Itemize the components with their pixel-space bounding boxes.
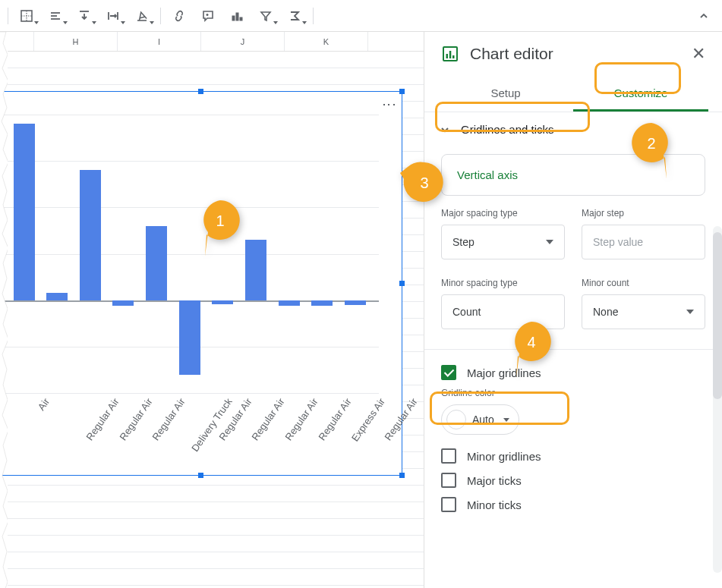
panel-body: Gridlines and ticks Vertical axis Major … bbox=[424, 112, 722, 588]
collapse-toolbar-button[interactable] bbox=[690, 4, 717, 28]
gridline-color-label: Gridline color bbox=[441, 388, 705, 398]
major-spacing-type-label: Major spacing type bbox=[441, 208, 565, 219]
chart-bar bbox=[311, 300, 333, 306]
checkbox-label: Minor ticks bbox=[467, 498, 522, 511]
input-placeholder: Step value bbox=[593, 236, 643, 248]
minor-count-select[interactable]: None bbox=[582, 294, 705, 329]
minor-gridlines-checkbox-row[interactable]: Minor gridlines bbox=[424, 444, 722, 468]
chart-editor-panel: Chart editor ✕ Setup Customize Gridlines… bbox=[424, 32, 722, 588]
chart-bar bbox=[112, 300, 134, 306]
filter-button[interactable] bbox=[252, 4, 279, 28]
torn-edge bbox=[0, 32, 8, 588]
functions-button[interactable] bbox=[281, 4, 308, 28]
chart-gridline bbox=[1, 254, 379, 255]
column-headers: H I J K bbox=[8, 32, 424, 52]
tabs: Setup Customize bbox=[424, 76, 722, 112]
chart-gridline bbox=[1, 115, 379, 115]
chart-bar bbox=[279, 300, 300, 306]
select-value: None bbox=[593, 306, 618, 318]
major-ticks-checkbox-row[interactable]: Major ticks bbox=[424, 468, 722, 492]
svg-rect-16 bbox=[449, 51, 452, 58]
select-value: Step bbox=[452, 236, 475, 248]
chart-bar bbox=[46, 293, 68, 300]
annotation-pin-2: 2 bbox=[629, 120, 674, 182]
h-align-button[interactable] bbox=[42, 4, 69, 28]
minor-spacing-type-label: Minor spacing type bbox=[441, 278, 565, 288]
chart-x-labels: AirRegular AirRegular AirRegular AirDeli… bbox=[1, 391, 379, 467]
chart-editor-icon bbox=[441, 45, 459, 63]
insert-chart-button[interactable] bbox=[223, 4, 251, 28]
annotation-pin-4: 4 bbox=[509, 319, 554, 381]
chart-gridline bbox=[1, 207, 379, 208]
toolbar bbox=[0, 0, 722, 32]
select-value: Count bbox=[452, 306, 481, 318]
minor-count-label: Minor count bbox=[582, 278, 705, 288]
section-label: Gridlines and ticks bbox=[461, 123, 554, 136]
minor-ticks-checkbox-row[interactable]: Minor ticks bbox=[424, 492, 722, 517]
column-header[interactable]: J bbox=[201, 32, 285, 51]
major-gridlines-checkbox-row[interactable]: Major gridlines bbox=[424, 360, 722, 385]
chart-bar bbox=[245, 240, 266, 300]
text-wrap-button[interactable] bbox=[99, 4, 127, 28]
close-icon[interactable]: ✕ bbox=[692, 44, 705, 64]
comment-button[interactable] bbox=[194, 4, 222, 28]
chart-bar bbox=[345, 300, 366, 305]
embedded-chart[interactable]: ⋮ AirRegular AirRegular AirRegular AirDe… bbox=[0, 91, 402, 476]
chart-bar bbox=[212, 300, 233, 304]
minor-gridlines-checkbox[interactable] bbox=[441, 448, 456, 464]
svg-rect-17 bbox=[452, 55, 455, 58]
resize-handle[interactable] bbox=[198, 89, 203, 94]
major-step-input[interactable]: Step value bbox=[582, 225, 705, 259]
chart-bar bbox=[14, 124, 35, 300]
annotation-pin-1: 1 bbox=[197, 197, 243, 259]
major-gridlines-checkbox[interactable] bbox=[441, 365, 456, 380]
svg-rect-11 bbox=[232, 16, 235, 20]
major-step-label: Major step bbox=[582, 208, 705, 219]
chevron-down-icon bbox=[440, 124, 450, 135]
separator bbox=[160, 8, 161, 24]
chart-menu-icon[interactable]: ⋮ bbox=[385, 98, 394, 111]
spreadsheet-area: H I J K ⋮ AirRegular AirRegular AirRegul… bbox=[0, 32, 424, 588]
chart-bar bbox=[179, 300, 200, 375]
column-header[interactable]: H bbox=[34, 32, 118, 51]
dropdown-icon bbox=[546, 240, 553, 244]
dropdown-icon bbox=[503, 418, 509, 422]
checkbox-label: Minor gridlines bbox=[467, 450, 541, 463]
borders-button[interactable] bbox=[13, 4, 40, 28]
panel-title: Chart editor bbox=[470, 45, 681, 63]
svg-text:3: 3 bbox=[420, 175, 428, 191]
svg-text:4: 4 bbox=[527, 334, 535, 351]
resize-handle[interactable] bbox=[399, 89, 405, 94]
svg-rect-15 bbox=[446, 54, 449, 58]
svg-text:1: 1 bbox=[216, 212, 224, 229]
v-align-button[interactable] bbox=[71, 4, 98, 28]
major-ticks-checkbox[interactable] bbox=[441, 473, 456, 488]
separator bbox=[313, 8, 314, 24]
column-header[interactable]: K bbox=[285, 32, 368, 51]
svg-rect-13 bbox=[240, 17, 242, 20]
chart-bar bbox=[146, 226, 167, 300]
minor-ticks-checkbox[interactable] bbox=[441, 497, 456, 512]
column-header[interactable]: I bbox=[118, 32, 201, 51]
resize-handle[interactable] bbox=[399, 281, 405, 286]
svg-text:2: 2 bbox=[647, 135, 655, 152]
checkbox-label: Major ticks bbox=[467, 474, 522, 487]
axis-select-value: Vertical axis bbox=[457, 168, 518, 181]
annotation-pin-3: 3 bbox=[399, 158, 447, 206]
divider bbox=[424, 349, 722, 350]
chart-gridline bbox=[1, 161, 379, 162]
panel-scrollbar-thumb[interactable] bbox=[713, 232, 722, 399]
section-gridlines-ticks[interactable]: Gridlines and ticks bbox=[424, 112, 722, 146]
link-button[interactable] bbox=[166, 4, 193, 28]
text-rotate-button[interactable] bbox=[128, 4, 156, 28]
separator bbox=[8, 8, 8, 24]
column-header-empty[interactable] bbox=[8, 32, 34, 51]
dropdown-icon bbox=[686, 310, 694, 314]
tab-customize[interactable]: Customize bbox=[573, 76, 708, 112]
major-spacing-type-select[interactable]: Step bbox=[441, 225, 565, 259]
chart-bar bbox=[80, 170, 101, 300]
gridline-color-select[interactable]: Auto bbox=[441, 404, 519, 435]
color-value: Auto bbox=[472, 413, 494, 426]
tab-setup[interactable]: Setup bbox=[438, 76, 573, 112]
chart-plot-area bbox=[1, 115, 379, 391]
